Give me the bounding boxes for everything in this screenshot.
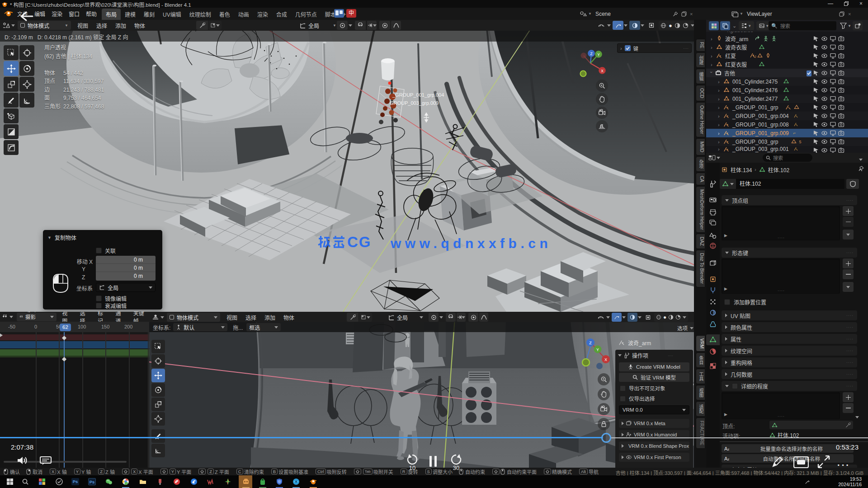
svg-text:2: 2 <box>755 55 756 58</box>
svg-text:Z: Z <box>589 341 592 345</box>
svg-text:Y: Y <box>596 347 599 352</box>
svg-text:X: X <box>601 69 604 73</box>
svg-text:Z: Z <box>590 52 592 56</box>
svg-text:_GROUP_001_grp.004: _GROUP_001_grp.004 <box>392 92 444 98</box>
svg-text:X: X <box>604 357 607 362</box>
svg-text:GROUP_003_grp.009: GROUP_003_grp.009 <box>390 100 439 106</box>
svg-text:Y: Y <box>597 52 600 57</box>
